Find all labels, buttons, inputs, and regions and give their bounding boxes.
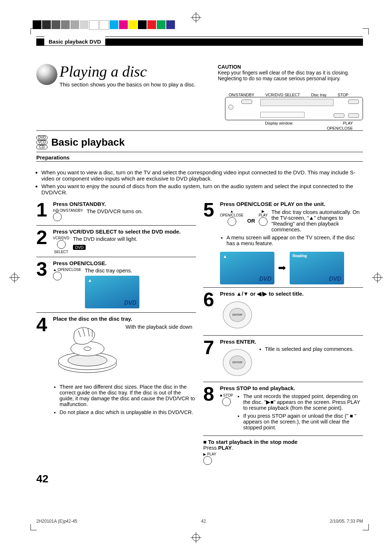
play-button-icon [203, 456, 212, 465]
step-8: 8 Press STOP to end playback. ■ STOP The… [203, 385, 363, 433]
step-number: 5 [203, 201, 220, 219]
step-heading: Press OPEN/CLOSE or PLAY on the unit. [220, 201, 363, 207]
diagram-label: ON/STANDBY [229, 93, 254, 97]
step-number: 2 [36, 228, 53, 246]
title-sphere-icon [36, 64, 57, 85]
step-6: 6 Press ▲/▼ or ◀/▶ to select title. ENTE… [203, 291, 363, 332]
enter-button-label: ENTER [229, 356, 245, 369]
button-label: PLAY [259, 213, 268, 217]
list-item: If you press STOP again or unload the di… [243, 413, 363, 430]
media-type-icons: DVD VCD CD [36, 135, 48, 150]
step-heading: Press ▲/▼ or ◀/▶ to select title. [220, 291, 363, 297]
subsection-heading: ■ To start playback in the stop mode [203, 439, 363, 445]
open-close-button-icon [228, 217, 236, 226]
dvd-icon: DVD [36, 135, 48, 140]
device-front-panel-diagram: ON/STANDBY VCR/DVD SELECT Disc tray STOP… [225, 93, 363, 130]
step-2: 2 Press VCR/DVD SELECT to select the DVD… [36, 228, 196, 254]
step-notes: There are two different disc sizes. Plac… [53, 384, 196, 415]
crop-mark [363, 524, 369, 530]
step-number: 8 [203, 385, 220, 403]
step-4: 4 Place the disc on the disc tray. [36, 316, 196, 420]
crop-mark [363, 28, 369, 35]
step-body: The disc tray opens. [85, 268, 139, 274]
vcd-icon: VCD [36, 140, 48, 145]
manual-page: Basic playback DVD Playing a disc This s… [0, 0, 392, 555]
svg-point-4 [84, 347, 91, 351]
step-body: The DVD/VCR turns on. [87, 208, 143, 214]
button-label: OPEN/CLOSE [58, 268, 81, 272]
list-item: When you want to view a disc, turn on th… [41, 169, 363, 182]
diagram-label: PLAY [343, 121, 353, 125]
svg-point-2 [68, 355, 107, 366]
play-button-icon [259, 217, 268, 226]
button-label: VCR/DVD [53, 236, 69, 240]
step-number: 4 [36, 316, 53, 333]
step-number: 6 [203, 291, 220, 308]
cd-icon: CD [36, 145, 48, 149]
registration-mark-bottom [192, 534, 200, 541]
step-body: Title is selected and play commences. [265, 346, 354, 352]
step-body: The DVD indicator will light. [73, 236, 137, 242]
step-body: A menu screen will appear on the TV scre… [226, 235, 363, 246]
button-label: ON/STANDBY [60, 208, 83, 212]
tv-screen-mock: Reading DVD [290, 252, 344, 284]
step-body: The disc tray closes automatically. On t… [271, 209, 363, 232]
list-item: The unit records the stopped point, depe… [243, 393, 363, 411]
step-heading: Place the disc on the disc tray. [53, 316, 196, 322]
page-title: Playing a disc [60, 64, 196, 79]
remote-dpad-illustration: ENTER [220, 346, 255, 379]
step-5: 5 Press OPEN/CLOSE or PLAY on the unit. … [203, 201, 363, 284]
button-label: PLAY [207, 452, 216, 456]
crop-mark [30, 28, 37, 35]
restart-playback-section: ■ To start playback in the stop mode Pre… [203, 439, 363, 466]
remote-dpad-illustration: ENTER [220, 299, 255, 331]
diagram-label: OPEN/CLOSE [327, 126, 353, 130]
dvd-indicator-badge: DVD [73, 245, 86, 250]
reading-label: Reading [293, 254, 307, 258]
footer-page: 42 [201, 519, 206, 524]
step-heading: Press OPEN/CLOSE. [53, 260, 196, 266]
list-item: Do not place a disc which is unplayable … [60, 409, 196, 415]
step-7: 7 Press ENTER. ENTER Title is selected a… [203, 339, 363, 379]
step-number: 7 [203, 339, 220, 356]
step-number: 3 [36, 260, 53, 278]
or-label: OR [247, 218, 255, 224]
step-1: 1 Press ON/STANDBY. I/⏻ ON/STANDBY The D… [36, 201, 196, 222]
list-item: There are two different disc sizes. Plac… [60, 384, 196, 407]
registration-mark-left [11, 274, 18, 281]
on-standby-button-icon [53, 212, 62, 221]
section-tab: Basic playback DVD [44, 36, 105, 45]
page-subtitle: This section shows you the basics on how… [60, 81, 196, 88]
page-number: 42 [36, 473, 363, 485]
print-footer: 2H20101A (E)p42-45 42 2/10/05, 7:33 PM [36, 519, 363, 524]
footer-filename: 2H20101A (E)p42-45 [36, 519, 77, 524]
step-body: Press PLAY. [203, 445, 363, 451]
button-label: OPEN/CLOSE [220, 213, 244, 217]
footer-datetime: 2/10/05, 7:33 PM [330, 519, 363, 524]
open-close-button-icon [53, 272, 62, 280]
diagram-label: STOP [338, 93, 348, 97]
arrow-right-icon: ➡ [278, 262, 286, 274]
section-title: Basic playback [51, 137, 124, 148]
registration-mark-top [192, 14, 200, 21]
enter-button-label: ENTER [229, 308, 245, 322]
tv-screen-mock: ▲DVD [220, 252, 274, 284]
vcr-dvd-select-button-icon [57, 240, 66, 249]
preparations-list: When you want to view a disc, turn on th… [36, 167, 363, 195]
color-calibration-bar [33, 20, 176, 29]
step-heading: Press VCR/DVD SELECT to select the DVD m… [53, 228, 196, 235]
caution-box: CAUTION Keep your fingers well clear of … [218, 64, 363, 81]
preparations-heading: Preparations [36, 152, 363, 162]
registration-mark-right [374, 274, 381, 281]
disc-tray-hand-illustration [53, 324, 122, 378]
step-heading: Press ON/STANDBY. [53, 201, 196, 207]
step-body: With the playback side down [126, 324, 192, 330]
tv-screen-mock: ▲DVD [85, 276, 139, 308]
button-label: STOP [223, 393, 233, 397]
step-number: 1 [36, 201, 53, 219]
button-label: SELECT [53, 250, 69, 254]
caution-heading: CAUTION [218, 64, 363, 70]
steps-column-left: 1 Press ON/STANDBY. I/⏻ ON/STANDBY The D… [36, 201, 196, 466]
stop-button-icon [222, 397, 231, 406]
crop-mark [30, 524, 37, 530]
